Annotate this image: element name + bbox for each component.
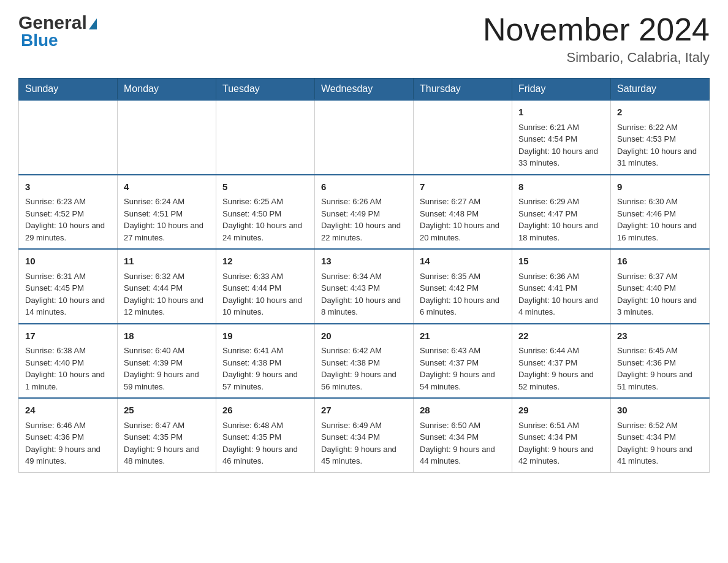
day-cell: 12Sunrise: 6:33 AMSunset: 4:44 PMDayligh… [216,249,315,324]
day-cell: 8Sunrise: 6:29 AMSunset: 4:47 PMDaylight… [512,175,611,250]
location-subtitle: Simbario, Calabria, Italy [483,50,710,66]
week-row-2: 3Sunrise: 6:23 AMSunset: 4:52 PMDaylight… [19,175,710,250]
logo: General Blue [18,12,97,50]
day-number: 17 [25,329,111,343]
day-number: 21 [420,329,506,343]
day-cell: 1Sunrise: 6:21 AMSunset: 4:54 PMDaylight… [512,100,611,175]
day-cell [315,100,414,175]
day-info: Sunrise: 6:23 AMSunset: 4:52 PMDaylight:… [25,196,111,243]
week-row-4: 17Sunrise: 6:38 AMSunset: 4:40 PMDayligh… [19,324,710,399]
day-cell: 2Sunrise: 6:22 AMSunset: 4:53 PMDaylight… [611,100,710,175]
logo-blue-text: Blue [21,31,58,50]
day-info: Sunrise: 6:34 AMSunset: 4:43 PMDaylight:… [321,270,407,318]
day-cell: 18Sunrise: 6:40 AMSunset: 4:39 PMDayligh… [118,324,216,399]
day-cell: 9Sunrise: 6:30 AMSunset: 4:46 PMDaylight… [611,175,710,250]
day-cell: 11Sunrise: 6:32 AMSunset: 4:44 PMDayligh… [118,249,216,324]
header-thursday: Thursday [414,79,512,101]
day-cell: 15Sunrise: 6:36 AMSunset: 4:41 PMDayligh… [512,249,611,324]
day-number: 15 [518,255,604,269]
day-info: Sunrise: 6:46 AMSunset: 4:36 PMDaylight:… [25,419,111,467]
day-info: Sunrise: 6:24 AMSunset: 4:51 PMDaylight:… [124,196,210,243]
day-cell: 21Sunrise: 6:43 AMSunset: 4:37 PMDayligh… [414,324,512,399]
day-cell [414,100,512,175]
day-cell: 3Sunrise: 6:23 AMSunset: 4:52 PMDaylight… [19,175,118,250]
day-number: 29 [518,404,604,418]
day-number: 16 [617,255,703,269]
day-info: Sunrise: 6:52 AMSunset: 4:34 PMDaylight:… [617,419,703,467]
day-info: Sunrise: 6:31 AMSunset: 4:45 PMDaylight:… [25,270,111,318]
title-area: November 2024 Simbario, Calabria, Italy [483,12,710,66]
day-number: 27 [321,404,407,418]
logo-triangle-icon [89,18,97,29]
day-info: Sunrise: 6:37 AMSunset: 4:40 PMDaylight:… [617,270,703,318]
day-cell: 24Sunrise: 6:46 AMSunset: 4:36 PMDayligh… [19,398,118,472]
day-info: Sunrise: 6:44 AMSunset: 4:37 PMDaylight:… [518,345,604,393]
day-number: 6 [321,180,407,194]
day-cell [19,100,118,175]
day-info: Sunrise: 6:51 AMSunset: 4:34 PMDaylight:… [518,419,604,467]
day-cell: 26Sunrise: 6:48 AMSunset: 4:35 PMDayligh… [216,398,315,472]
day-info: Sunrise: 6:45 AMSunset: 4:36 PMDaylight:… [617,345,703,393]
day-cell: 7Sunrise: 6:27 AMSunset: 4:48 PMDaylight… [414,175,512,250]
day-cell: 17Sunrise: 6:38 AMSunset: 4:40 PMDayligh… [19,324,118,399]
day-number: 4 [124,180,210,194]
day-info: Sunrise: 6:25 AMSunset: 4:50 PMDaylight:… [222,196,308,243]
day-info: Sunrise: 6:36 AMSunset: 4:41 PMDaylight:… [518,270,604,318]
day-cell: 27Sunrise: 6:49 AMSunset: 4:34 PMDayligh… [315,398,414,472]
day-info: Sunrise: 6:26 AMSunset: 4:49 PMDaylight:… [321,196,407,243]
logo-general-text: General [18,12,87,33]
day-cell: 19Sunrise: 6:41 AMSunset: 4:38 PMDayligh… [216,324,315,399]
day-number: 19 [222,329,308,343]
days-of-week-row: SundayMondayTuesdayWednesdayThursdayFrid… [19,79,710,101]
logo-top: General [18,12,97,33]
day-number: 23 [617,329,703,343]
day-cell: 28Sunrise: 6:50 AMSunset: 4:34 PMDayligh… [414,398,512,472]
header-sunday: Sunday [19,79,118,101]
header-wednesday: Wednesday [315,79,414,101]
week-row-3: 10Sunrise: 6:31 AMSunset: 4:45 PMDayligh… [19,249,710,324]
day-number: 26 [222,404,308,418]
day-info: Sunrise: 6:27 AMSunset: 4:48 PMDaylight:… [420,196,506,243]
header-monday: Monday [118,79,216,101]
calendar-body: 1Sunrise: 6:21 AMSunset: 4:54 PMDaylight… [19,100,710,472]
header-friday: Friday [512,79,611,101]
day-cell: 30Sunrise: 6:52 AMSunset: 4:34 PMDayligh… [611,398,710,472]
week-row-1: 1Sunrise: 6:21 AMSunset: 4:54 PMDaylight… [19,100,710,175]
week-row-5: 24Sunrise: 6:46 AMSunset: 4:36 PMDayligh… [19,398,710,472]
day-cell: 16Sunrise: 6:37 AMSunset: 4:40 PMDayligh… [611,249,710,324]
day-info: Sunrise: 6:29 AMSunset: 4:47 PMDaylight:… [518,196,604,243]
day-info: Sunrise: 6:50 AMSunset: 4:34 PMDaylight:… [420,419,506,467]
day-info: Sunrise: 6:21 AMSunset: 4:54 PMDaylight:… [518,121,604,169]
day-number: 8 [518,180,604,194]
day-number: 2 [617,105,703,120]
day-cell: 14Sunrise: 6:35 AMSunset: 4:42 PMDayligh… [414,249,512,324]
day-cell: 13Sunrise: 6:34 AMSunset: 4:43 PMDayligh… [315,249,414,324]
day-info: Sunrise: 6:35 AMSunset: 4:42 PMDaylight:… [420,270,506,318]
day-number: 25 [124,404,210,418]
day-number: 12 [222,255,308,269]
day-cell: 25Sunrise: 6:47 AMSunset: 4:35 PMDayligh… [118,398,216,472]
page-header: General Blue November 2024 Simbario, Cal… [18,12,710,66]
day-number: 13 [321,255,407,269]
day-number: 30 [617,404,703,418]
day-number: 3 [25,180,111,194]
day-cell: 6Sunrise: 6:26 AMSunset: 4:49 PMDaylight… [315,175,414,250]
day-number: 20 [321,329,407,343]
day-number: 14 [420,255,506,269]
day-info: Sunrise: 6:43 AMSunset: 4:37 PMDaylight:… [420,345,506,393]
day-info: Sunrise: 6:32 AMSunset: 4:44 PMDaylight:… [124,270,210,318]
day-number: 1 [518,105,604,120]
calendar-header: SundayMondayTuesdayWednesdayThursdayFrid… [19,79,710,101]
day-cell: 4Sunrise: 6:24 AMSunset: 4:51 PMDaylight… [118,175,216,250]
day-number: 18 [124,329,210,343]
day-info: Sunrise: 6:30 AMSunset: 4:46 PMDaylight:… [617,196,703,243]
day-info: Sunrise: 6:48 AMSunset: 4:35 PMDaylight:… [222,419,308,467]
day-number: 11 [124,255,210,269]
day-number: 9 [617,180,703,194]
day-number: 24 [25,404,111,418]
day-info: Sunrise: 6:42 AMSunset: 4:38 PMDaylight:… [321,345,407,393]
day-info: Sunrise: 6:40 AMSunset: 4:39 PMDaylight:… [124,345,210,393]
day-info: Sunrise: 6:41 AMSunset: 4:38 PMDaylight:… [222,345,308,393]
day-info: Sunrise: 6:38 AMSunset: 4:40 PMDaylight:… [25,345,111,393]
day-cell: 22Sunrise: 6:44 AMSunset: 4:37 PMDayligh… [512,324,611,399]
